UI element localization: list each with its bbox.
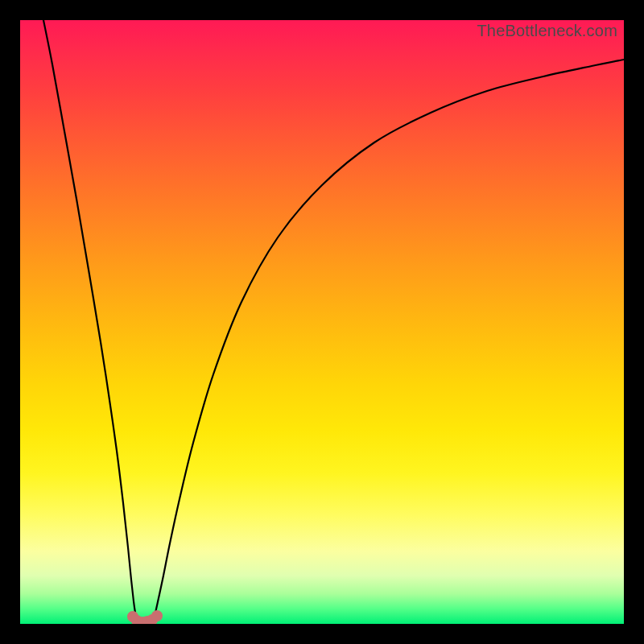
curve-group xyxy=(43,20,624,621)
chart-svg xyxy=(20,20,624,624)
curve-left_descent xyxy=(43,20,137,621)
marker-group xyxy=(127,610,163,624)
data-marker xyxy=(151,610,163,621)
curve-right_ascent xyxy=(153,60,624,621)
chart-frame: TheBottleneck.com xyxy=(0,0,644,644)
watermark-text: TheBottleneck.com xyxy=(477,22,617,40)
plot-area: TheBottleneck.com xyxy=(20,20,624,624)
